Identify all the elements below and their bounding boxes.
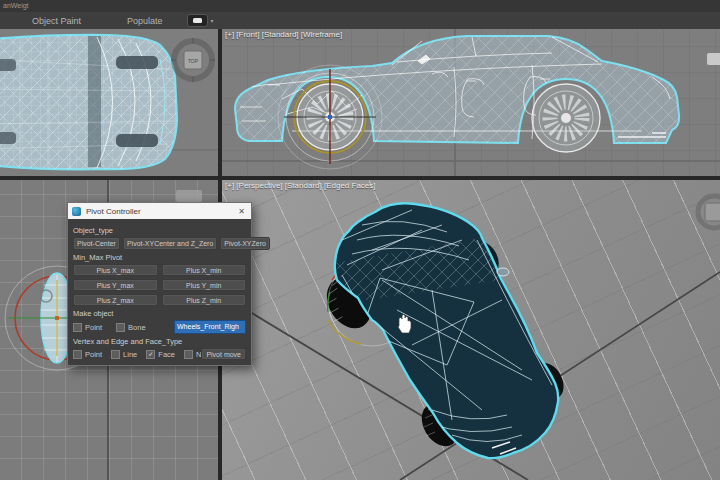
checkbox-box[interactable] xyxy=(73,350,82,359)
pivot-xycenter-zzero-button[interactable]: Pivot-XYCenter and Z_Zero xyxy=(123,237,217,250)
car-top-view: TOP xyxy=(0,29,218,176)
3dsmax-window: anWeigt Object Paint Populate ▾ xyxy=(0,0,720,480)
plus-z-max-button[interactable]: Plus Z_max xyxy=(73,294,158,306)
plus-y-min-button[interactable]: Plus Y_min xyxy=(162,279,247,291)
dialog-title: Pivot Controller xyxy=(86,207,236,216)
bone-checkbox[interactable]: Bone xyxy=(116,323,146,332)
vertex-edge-face-label: Vertex and Edge and Face_Type xyxy=(73,337,246,346)
viewport-front-view[interactable]: [+] [Front] [Standard] [Wireframe] xyxy=(222,29,720,176)
dialog-body: Object_type Pivot-Center Pivot-XYCenter … xyxy=(68,219,251,365)
populate-flow-icon xyxy=(187,14,208,27)
pivot-move-button[interactable]: Pivot move xyxy=(201,348,246,360)
viewport-top-view[interactable]: TOP xyxy=(0,29,218,176)
viewcube-top-label: TOP xyxy=(188,58,199,64)
plus-x-min-button[interactable]: Plus X_min xyxy=(162,264,247,276)
tab-object-paint[interactable]: Object Paint xyxy=(22,16,91,26)
viewcube-left-partial xyxy=(176,190,202,202)
viewport-front-label[interactable]: [+] [Front] [Standard] [Wireframe] xyxy=(225,30,342,39)
vef-face-checkbox[interactable]: ✓ Face xyxy=(146,350,175,359)
chevron-down-icon: ▾ xyxy=(211,17,214,24)
pivot-point xyxy=(328,115,332,119)
min-max-pivot-label: Min_Max Pivot xyxy=(73,253,246,262)
viewport-perspective-label[interactable]: [+] [Perspective] [Standard] [Edged Face… xyxy=(225,181,376,190)
vef-line-checkbox[interactable]: Line xyxy=(111,350,137,359)
car-side-view xyxy=(222,29,720,176)
vef-point-checkbox[interactable]: Point xyxy=(73,350,102,359)
checkbox-box[interactable] xyxy=(111,350,120,359)
pivot-controller-dialog[interactable]: Pivot Controller ✕ Object_type Pivot-Cen… xyxy=(67,202,252,366)
ribbon-bar: Object Paint Populate ▾ xyxy=(0,12,720,30)
checkbox-box[interactable] xyxy=(116,323,125,332)
make-object-label: Make object xyxy=(73,309,246,318)
viewcube-top[interactable]: TOP xyxy=(171,38,215,82)
checkbox-checked[interactable]: ✓ xyxy=(146,350,155,359)
point-checkbox[interactable]: Point xyxy=(73,323,102,332)
dialog-titlebar[interactable]: Pivot Controller ✕ xyxy=(68,203,251,219)
viewport-perspective[interactable]: [+] [Perspective] [Standard] [Edged Face… xyxy=(222,180,720,480)
car-body-selected[interactable] xyxy=(335,203,558,458)
populate-tool-button[interactable]: ▾ xyxy=(187,14,214,27)
car-perspective-view xyxy=(222,180,720,480)
plus-x-max-button[interactable]: Plus X_max xyxy=(73,264,158,276)
checkbox-box[interactable] xyxy=(73,323,82,332)
plus-z-min-button[interactable]: Plus Z_min xyxy=(162,294,247,306)
window-title-fragment: anWeigt xyxy=(3,2,29,9)
pivot-point xyxy=(55,316,59,320)
checkbox-box[interactable] xyxy=(184,350,193,359)
vef-n-checkbox[interactable]: N xyxy=(184,350,201,359)
object-name-field[interactable]: Wheels_Front_Righ xyxy=(174,320,246,334)
pivot-center-button[interactable]: Pivot-Center xyxy=(73,237,120,250)
script-icon xyxy=(72,207,81,216)
window-titlebar: anWeigt xyxy=(0,0,720,12)
tab-populate[interactable]: Populate xyxy=(117,16,173,26)
viewcube-perspective-partial[interactable] xyxy=(698,196,720,228)
pivot-xyzero-button[interactable]: Pivot-XYZero xyxy=(220,237,270,250)
plus-y-max-button[interactable]: Plus Y_max xyxy=(73,279,158,291)
rear-wheel xyxy=(532,84,600,152)
object-type-label: Object_type xyxy=(73,226,246,235)
close-icon[interactable]: ✕ xyxy=(236,207,247,216)
side-mirror xyxy=(497,268,509,276)
viewcube-front-partial[interactable] xyxy=(707,53,720,65)
